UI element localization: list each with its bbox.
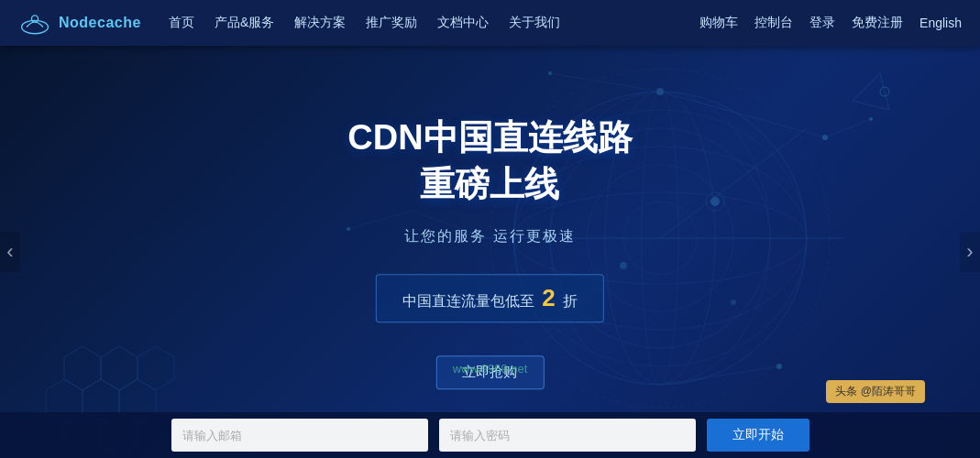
navbar: Nodecache 首页 产品&服务 解决方案 推广奖励 文档中心 关于我们 购…	[0, 0, 980, 46]
right-arrow-icon: ›	[966, 240, 973, 264]
svg-point-41	[731, 300, 736, 305]
nav-register[interactable]: 免费注册	[852, 15, 903, 31]
svg-point-23	[548, 71, 552, 75]
start-button[interactable]: 立即开始	[707, 419, 809, 452]
logo[interactable]: Nodecache	[18, 10, 141, 36]
svg-marker-30	[101, 346, 138, 390]
svg-marker-27	[853, 73, 889, 110]
svg-line-15	[660, 92, 825, 137]
svg-point-21	[822, 135, 828, 140]
svg-line-37	[660, 128, 807, 238]
carousel-right-arrow[interactable]: ›	[960, 232, 980, 272]
svg-marker-31	[138, 346, 174, 390]
nav-cart[interactable]: 购物车	[699, 15, 738, 31]
svg-marker-29	[64, 346, 101, 390]
svg-line-17	[550, 73, 660, 92]
svg-point-38	[710, 197, 720, 206]
svg-line-16	[825, 119, 871, 137]
nav-products[interactable]: 产品&服务	[215, 15, 274, 31]
svg-point-26	[656, 88, 664, 95]
nav-solutions[interactable]: 解决方案	[294, 15, 346, 31]
nav-console[interactable]: 控制台	[754, 15, 793, 31]
hero-content: CDN中国直连线路 重磅上线 让您的服务 运行更极速 中国直连流量包低至 2 折…	[347, 114, 632, 389]
promo-number: 2	[542, 284, 555, 311]
nav-about[interactable]: 关于我们	[509, 15, 560, 31]
hero-promo-banner: 中国直连流量包低至 2 折	[376, 274, 604, 322]
promo-text-before: 中国直连流量包低至	[402, 293, 534, 309]
bottom-bar: 立即开始	[0, 412, 980, 458]
svg-point-22	[869, 117, 873, 121]
logo-text: Nodecache	[59, 15, 141, 31]
nav-login[interactable]: 登录	[809, 15, 835, 31]
hero-title: CDN中国直连线路 重磅上线	[347, 114, 632, 209]
nav-docs[interactable]: 文档中心	[437, 15, 489, 31]
carousel-left-arrow[interactable]: ‹	[0, 232, 20, 272]
hero-title-line2: 重磅上线	[347, 162, 632, 209]
hero-subtitle: 让您的服务 运行更极速	[347, 227, 632, 246]
site-watermark: www.9969.net	[453, 362, 528, 376]
password-input[interactable]	[439, 419, 696, 452]
svg-point-24	[776, 364, 782, 369]
promo-text-after: 折	[563, 293, 578, 309]
nav-links: 首页 产品&服务 解决方案 推广奖励 文档中心 关于我们	[169, 15, 560, 31]
svg-point-1	[31, 16, 38, 22]
nav-home[interactable]: 首页	[169, 15, 194, 31]
navbar-left: Nodecache 首页 产品&服务 解决方案 推广奖励 文档中心 关于我们	[18, 10, 560, 36]
hero-section: ‹ › CDN中国直连线路 重磅上线 让您的服务 运行更极速 中国直连流量包低至…	[0, 46, 980, 458]
tip-watermark: 头条 @陌涛哥哥	[826, 380, 925, 403]
logo-icon	[18, 10, 51, 36]
hero-title-line1: CDN中国直连线路	[347, 114, 632, 161]
nav-english[interactable]: English	[919, 16, 962, 30]
email-input[interactable]	[171, 419, 428, 452]
left-arrow-icon: ‹	[6, 240, 13, 264]
nav-promotion[interactable]: 推广奖励	[366, 15, 417, 31]
navbar-right: 购物车 控制台 登录 免费注册 English	[699, 15, 962, 31]
svg-line-18	[660, 366, 779, 385]
